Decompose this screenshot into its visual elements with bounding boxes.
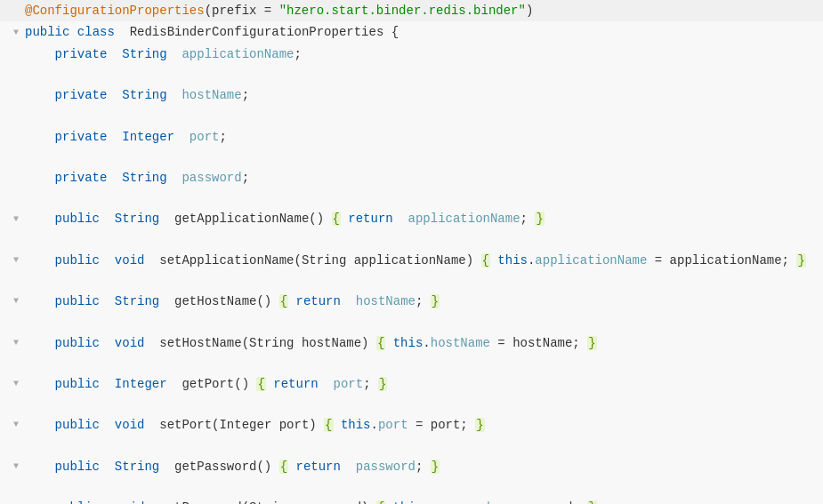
kw-pub-2: public [55,253,100,268]
kw-void-4: void [107,500,144,504]
code-line-8 [0,148,823,167]
kw-return-1: return [348,212,392,226]
code-content-23: public String getPassword() { return pas… [25,457,823,476]
fold-gutter-17[interactable]: ▼ [7,336,25,350]
code-line-11: ▼ public String getApplicationName() { r… [0,208,823,229]
code-line-24 [0,477,823,497]
class-name-span: RedisBinderConfigurationProperties { [122,25,399,39]
method-setpwd: setPassword(String password) [152,500,376,504]
code-editor: @ConfigurationProperties(prefix = "hzero… [0,0,823,504]
ret-field-1: applicationName [400,212,520,226]
brace-close-7: } [431,460,440,474]
brace-open-1: { [332,212,341,226]
fold-gutter-21[interactable]: ▼ [7,418,25,432]
brace-close-1: } [535,212,544,226]
brace-open-5: { [256,377,265,391]
fold-gutter-19[interactable]: ▼ [7,377,25,391]
code-line-7: private Integer port; [0,126,823,148]
kw-pub-5: public [55,377,100,391]
code-line-14 [0,271,823,291]
code-line-17: ▼ public void setHostName(String hostNam… [0,332,823,354]
fold-gutter-23[interactable]: ▼ [7,460,25,474]
type-str-ret1: String [107,212,159,226]
return-stmt-1: return applicationName; [341,212,535,226]
code-line-22 [0,436,823,456]
kw-return-4: return [296,460,341,474]
code-line-1: @ConfigurationProperties(prefix = "hzero… [0,0,823,21]
code-line-23: ▼ public String getPassword() { return p… [0,456,823,477]
kw-return-3: return [273,377,318,391]
ret-field-4: password [348,460,416,474]
field-hostname: hostName [174,88,242,102]
fold-icon-2[interactable]: ▼ [13,26,19,40]
kw-return-2: return [296,294,341,308]
fold-icon-23[interactable]: ▼ [13,460,19,474]
kw-pub-4: public [55,336,100,350]
fold-icon-21[interactable]: ▼ [13,418,19,432]
kw-pub-7: public [55,460,100,474]
kw-pub-3: public [55,294,100,308]
code-line-4 [0,65,823,84]
return-stmt-4: return password; [288,460,431,474]
type-str-ret2: String [107,294,159,308]
field-this-pwd: password [431,500,490,504]
fold-icon-11[interactable]: ▼ [13,212,19,227]
method-sethost: setHostName(String hostName) [152,336,376,350]
fold-icon-15[interactable]: ▼ [13,294,19,308]
code-line-13: ▼ public void setApplicationName(String … [0,250,823,271]
method-getport: getPort() [174,377,256,391]
method-setport: setPort(Integer port) [152,418,324,432]
field-appname: applicationName [174,47,294,61]
keyword-public: public [25,25,69,39]
type-string-1: String [115,47,167,61]
kw-private-2: private [55,88,108,102]
field-this-port: port [378,418,408,432]
method-getpwd: getPassword() [167,460,279,474]
kw-pub-6: public [55,418,100,432]
brace-open-4: { [376,336,385,350]
code-content-7: private Integer port; [25,127,823,147]
brace-open-2: { [481,253,490,268]
brace-close-8: } [587,500,596,504]
code-line-20 [0,395,823,414]
string-value: "hzero.start.binder.redis.binder" [279,4,526,18]
fold-gutter-13[interactable]: ▼ [7,253,25,268]
code-content-17: public void setHostName(String hostName)… [25,333,823,353]
brace-close-6: } [475,418,484,432]
kw-void-2: void [107,336,144,350]
fold-icon-17[interactable]: ▼ [13,336,19,350]
ret-field-3: port [326,377,363,391]
field-this-host: hostName [431,336,490,350]
body-setport: this.port = port; [334,418,476,432]
return-stmt-2: return hostName; [288,294,431,308]
code-line-9: private String password; [0,167,823,188]
fold-gutter-2[interactable]: ▼ [7,26,25,40]
brace-close-2: } [796,253,805,268]
fold-gutter-25[interactable]: ▼ [7,500,25,504]
fold-gutter-15[interactable]: ▼ [7,294,25,308]
ret-field-2: hostName [348,294,416,308]
code-content-11: public String getApplicationName() { ret… [25,209,823,228]
brace-open-7: { [279,460,288,474]
code-content-15: public String getHostName() { return hos… [25,292,823,311]
type-string-3: String [115,171,167,185]
fold-icon-13[interactable]: ▼ [13,253,19,268]
code-line-12 [0,230,823,250]
keyword-class: class [77,25,115,39]
code-content-3: private String applicationName; [25,44,823,64]
paren-close: ) [526,4,533,18]
brace-open-3: { [279,294,288,308]
code-content-9: private String password; [25,168,823,188]
brace-open-8: { [376,500,385,504]
fold-icon-19[interactable]: ▼ [13,377,19,391]
code-line-21: ▼ public void setPort(Integer port) { th… [0,414,823,436]
method-getapp: getApplicationName() [167,212,332,226]
fold-gutter-11[interactable]: ▼ [7,212,25,227]
brace-open-6: { [324,418,333,432]
code-content-2: public class RedisBinderConfigurationPro… [25,22,823,42]
return-stmt-3: return port; [266,377,378,391]
code-line-15: ▼ public String getHostName() { return h… [0,291,823,312]
kw-this-2: this [393,336,424,350]
kw-void-3: void [107,418,144,432]
fold-icon-25[interactable]: ▼ [13,500,19,504]
